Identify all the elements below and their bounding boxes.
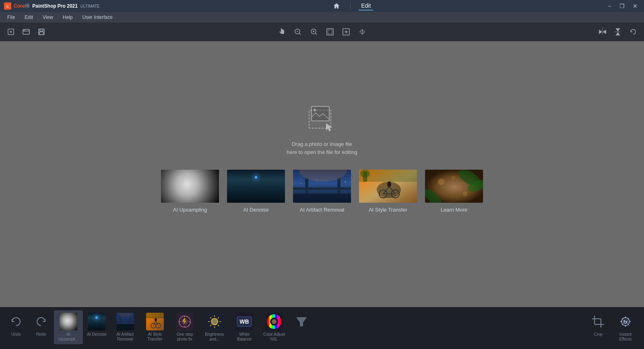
white-balance-bottom-button[interactable]: WB White Balance xyxy=(230,310,259,344)
svg-marker-27 xyxy=(603,30,606,33)
one-step-bottom-icon xyxy=(176,313,194,330)
save-button[interactable] xyxy=(35,25,48,39)
menu-user-interface[interactable]: User Interface xyxy=(78,14,117,21)
main-canvas-area: Drag a photo or image file here to open … xyxy=(0,41,644,307)
flip-vertical-button[interactable] xyxy=(611,25,625,39)
title-bar-center: Edit xyxy=(331,2,373,10)
menu-help[interactable]: Help xyxy=(59,14,77,21)
color-adjust-bottom-label: Color Adjust hSL xyxy=(263,332,285,342)
crop-toggle-button[interactable] xyxy=(355,25,369,39)
svg-point-33 xyxy=(314,109,316,111)
close-button[interactable]: ✕ xyxy=(630,1,640,11)
actual-size-button[interactable] xyxy=(339,25,353,39)
svg-point-43 xyxy=(301,183,301,184)
brightness-bottom-button[interactable]: Brightness and... xyxy=(200,310,229,344)
svg-point-63 xyxy=(463,191,468,196)
ai-denoise-card[interactable]: AI Denoise xyxy=(226,169,286,213)
crop-icon xyxy=(589,313,607,330)
svg-point-44 xyxy=(345,181,346,183)
one-step-bottom-button[interactable]: One step photo fix xyxy=(170,310,199,344)
toolbar-right xyxy=(596,25,640,39)
svg-text:fx: fx xyxy=(623,319,628,325)
ai-style-bottom-icon xyxy=(146,313,164,330)
drop-text: Drag a photo or image file here to open … xyxy=(287,140,357,156)
one-step-bottom-label: One step photo fix xyxy=(173,332,196,342)
svg-line-13 xyxy=(299,33,301,35)
crop-bottom-button[interactable]: Crop xyxy=(586,310,610,339)
zoom-in-button[interactable] xyxy=(307,25,321,39)
ai-denoise-bottom-label: AI Denoise xyxy=(87,332,107,337)
ai-denoise-label: AI Denoise xyxy=(243,207,269,213)
app-title: Corel® PaintShop Pro 2021 ULTIMATE xyxy=(14,3,100,9)
filter-bottom-button[interactable] xyxy=(289,310,314,334)
svg-point-88 xyxy=(211,318,218,325)
hand-tool[interactable] xyxy=(275,25,289,39)
flip-horizontal-button[interactable] xyxy=(596,25,609,39)
svg-rect-68 xyxy=(129,317,131,324)
open-button[interactable] xyxy=(19,25,33,39)
effects-icon: fx xyxy=(617,313,634,330)
minimize-button[interactable]: − xyxy=(605,1,614,11)
svg-marker-29 xyxy=(616,29,619,31)
redo-label: Redo xyxy=(36,332,46,337)
drop-icon xyxy=(306,103,338,135)
redo-icon xyxy=(32,313,50,330)
undo-button[interactable]: Undo xyxy=(4,310,28,339)
title-bar-left: C Corel® PaintShop Pro 2021 ULTIMATE xyxy=(4,2,100,10)
svg-rect-32 xyxy=(312,106,329,121)
title-bar: C Corel® PaintShop Pro 2021 ULTIMATE Edi… xyxy=(0,0,644,12)
ai-denoise-bottom-icon xyxy=(88,313,105,330)
ai-artifact-removal-image xyxy=(292,169,352,204)
drop-area: Drag a photo or image file here to open … xyxy=(160,103,484,213)
ai-artifact-bottom-button[interactable]: AI Artifact Removal xyxy=(111,310,140,344)
svg-point-54 xyxy=(387,181,391,187)
svg-point-62 xyxy=(438,179,444,185)
ai-artifact-removal-card[interactable]: AI Artifact Removal xyxy=(292,169,352,213)
redo-button[interactable]: Redo xyxy=(29,310,53,339)
ai-upsampling-label: AI Upsampling xyxy=(173,207,207,213)
ai-style-transfer-label: AI Style Transfer xyxy=(369,207,407,213)
svg-point-64 xyxy=(451,176,455,180)
fit-view-button[interactable] xyxy=(323,25,337,39)
ai-denoise-image xyxy=(226,169,286,204)
ai-upsampling-bottom-button[interactable]: AI Upsampli... xyxy=(54,310,83,344)
rotate-button[interactable] xyxy=(626,25,640,39)
new-button[interactable] xyxy=(4,25,18,39)
edit-nav-button[interactable]: Edit xyxy=(359,2,373,10)
nav-divider xyxy=(350,3,351,9)
learn-more-image xyxy=(424,169,484,204)
restore-button[interactable]: ❐ xyxy=(617,1,627,11)
feature-cards: AI Upsampling AI Denoise xyxy=(160,169,484,213)
svg-marker-26 xyxy=(599,30,602,33)
learn-more-label: Learn More xyxy=(441,207,467,213)
ai-upsampling-card[interactable]: AI Upsampling xyxy=(160,169,220,213)
svg-rect-37 xyxy=(337,178,341,194)
color-adjust-bottom-icon xyxy=(265,313,283,330)
ai-style-bottom-button[interactable]: AI Style Transfer xyxy=(140,310,169,344)
ai-artifact-bottom-label: AI Artifact Removal xyxy=(114,332,136,342)
toolbar xyxy=(0,23,644,41)
menu-edit[interactable]: Edit xyxy=(21,14,37,21)
home-nav-button[interactable] xyxy=(331,2,342,10)
svg-rect-9 xyxy=(40,29,43,31)
undo-icon xyxy=(7,313,25,330)
ai-style-transfer-card[interactable]: AI Style Transfer xyxy=(358,169,418,213)
instant-effects-bottom-button[interactable]: fx Instant Effects xyxy=(611,310,640,344)
menu-bar: File Edit View Help User Interface xyxy=(0,12,644,23)
svg-rect-36 xyxy=(305,178,308,194)
ai-denoise-bottom-button[interactable]: AI Denoise xyxy=(84,310,110,339)
zoom-out-button[interactable] xyxy=(291,25,305,39)
svg-rect-10 xyxy=(39,32,43,35)
svg-text:WB: WB xyxy=(239,318,249,325)
svg-point-57 xyxy=(360,170,370,178)
menu-file[interactable]: File xyxy=(3,14,19,21)
ai-upsampling-bottom-label: AI Upsampli... xyxy=(57,332,80,342)
color-adjust-bottom-button[interactable]: Color Adjust hSL xyxy=(260,310,289,344)
menu-view[interactable]: View xyxy=(39,14,57,21)
learn-more-card[interactable]: Learn More xyxy=(424,169,484,213)
svg-rect-19 xyxy=(328,30,332,34)
white-balance-bottom-icon: WB xyxy=(235,313,253,330)
svg-rect-66 xyxy=(116,324,134,330)
svg-rect-71 xyxy=(116,321,134,322)
undo-label: Undo xyxy=(11,332,21,337)
